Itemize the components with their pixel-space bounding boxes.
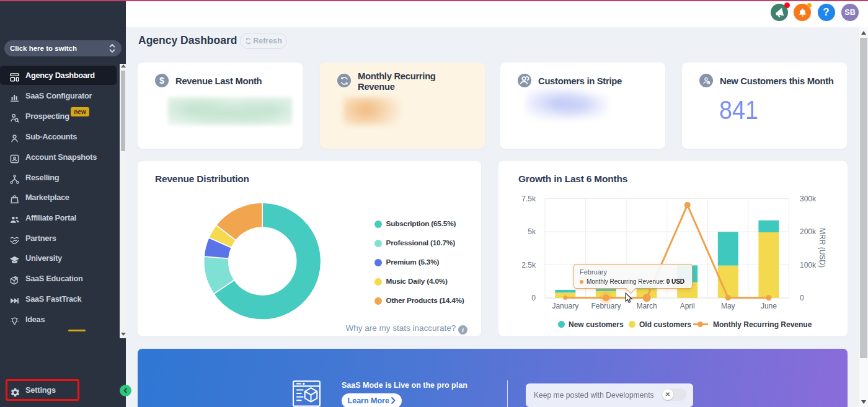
svg-text:March: March (636, 302, 657, 310)
svg-text:MRR (USD): MRR (USD) (818, 228, 826, 268)
svg-text:2.5k: 2.5k (521, 261, 536, 269)
svg-text:5k: 5k (528, 227, 536, 236)
svg-text:7.5k: 7.5k (521, 195, 536, 203)
svg-text:0: 0 (800, 294, 804, 302)
svg-text:May: May (721, 302, 735, 310)
svg-text:June: June (761, 302, 777, 310)
svg-text:April: April (680, 302, 695, 310)
svg-text:100k: 100k (800, 261, 817, 269)
svg-text:300k: 300k (800, 195, 817, 203)
svg-text:200k: 200k (800, 227, 817, 236)
svg-text:0: 0 (531, 294, 536, 302)
svg-text:January: January (552, 302, 578, 310)
